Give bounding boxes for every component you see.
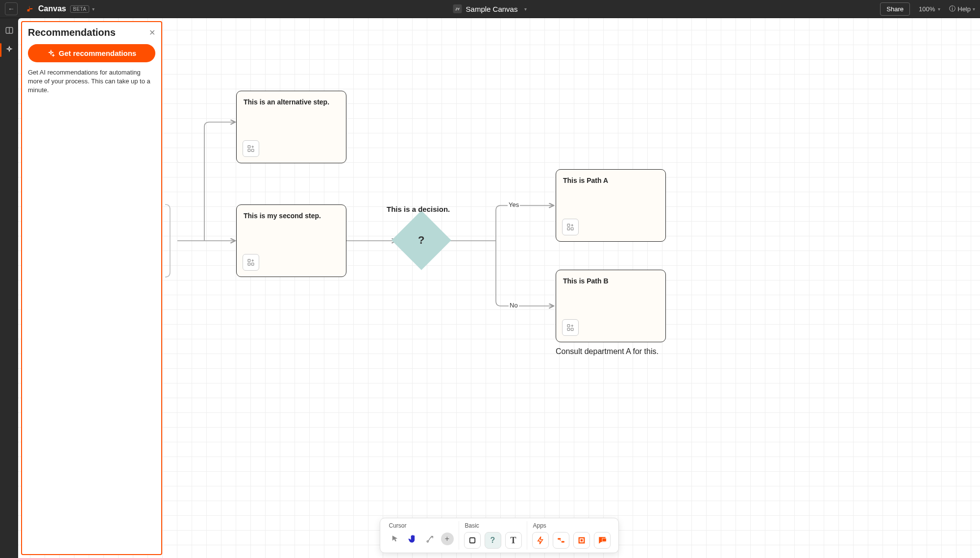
tool-group-cursor: Cursor + <box>383 521 459 550</box>
svg-rect-17 <box>560 540 561 541</box>
help-icon: ⓘ <box>949 4 956 13</box>
svg-rect-20 <box>602 538 606 542</box>
panel-description: Get AI recommendations for automating mo… <box>28 68 155 95</box>
connector-icon[interactable] <box>423 532 437 546</box>
svg-rect-14 <box>469 538 475 543</box>
panel-title: Recommendations <box>28 27 116 38</box>
canvas[interactable]: Recommendations ✕ Get recommendations Ge… <box>18 18 980 558</box>
svg-rect-16 <box>561 541 564 543</box>
edge-label-yes: Yes <box>508 201 520 208</box>
chevron-down-icon[interactable]: ▾ <box>524 6 527 12</box>
svg-rect-2 <box>248 149 250 152</box>
app-frame-icon[interactable] <box>573 532 590 549</box>
zoom-display[interactable]: 100% ▾ <box>919 5 940 13</box>
add-app-icon[interactable] <box>562 219 579 235</box>
left-rail <box>0 18 18 558</box>
chevron-down-icon[interactable]: ▾ <box>92 6 95 12</box>
chevron-down-icon: ▾ <box>938 6 940 12</box>
close-icon[interactable]: ✕ <box>149 28 155 37</box>
app-title: Canvas <box>38 4 66 13</box>
app-zap-icon[interactable] <box>532 532 549 549</box>
sparkle-icon[interactable] <box>4 45 15 55</box>
decision-label: This is a decision. <box>387 205 450 213</box>
edges-layer <box>18 18 980 558</box>
node-path-a[interactable]: This is Path A <box>556 169 666 242</box>
node-caption-path-b: Consult department A for this. <box>556 347 659 356</box>
avatar: JY <box>453 4 462 13</box>
svg-rect-3 <box>251 149 254 152</box>
add-app-icon[interactable] <box>243 140 259 157</box>
rectangle-tool-icon[interactable] <box>464 532 481 549</box>
svg-point-13 <box>427 541 428 542</box>
svg-rect-10 <box>567 325 570 327</box>
canvas-title-group[interactable]: JY Sample Canvas ▾ <box>453 4 527 13</box>
library-icon[interactable] <box>4 25 15 36</box>
help-button[interactable]: ⓘ Help ▾ <box>949 4 975 13</box>
svg-rect-6 <box>251 263 254 265</box>
canvas-name: Sample Canvas <box>466 5 518 13</box>
toolbox: Cursor + Basic <box>380 518 619 553</box>
chevron-down-icon: ▾ <box>973 6 975 12</box>
node-path-b[interactable]: This is Path B <box>556 270 666 342</box>
get-recommendations-button[interactable]: Get recommendations <box>28 44 155 62</box>
decision-tool-icon[interactable]: ? <box>485 532 501 549</box>
app-flow-icon[interactable] <box>553 532 569 549</box>
sparkle-icon <box>47 50 55 57</box>
recommendations-panel: Recommendations ✕ Get recommendations Ge… <box>21 21 162 555</box>
svg-rect-12 <box>571 328 573 330</box>
svg-rect-7 <box>567 224 570 227</box>
add-app-icon[interactable] <box>243 254 259 271</box>
cursor-pointer-icon[interactable] <box>388 532 402 546</box>
svg-rect-1 <box>248 146 250 148</box>
svg-rect-11 <box>567 328 570 330</box>
svg-rect-9 <box>571 228 573 230</box>
edge-label-no: No <box>509 302 519 309</box>
svg-rect-19 <box>580 539 583 542</box>
top-bar: ← Canvas BETA ▾ JY Sample Canvas ▾ Share… <box>0 0 980 18</box>
svg-rect-4 <box>248 259 250 262</box>
tool-group-apps: Apps <box>527 521 615 550</box>
tool-group-basic: Basic ? T <box>459 521 527 550</box>
app-chat-icon[interactable] <box>594 532 611 549</box>
text-tool-icon[interactable]: T <box>505 532 522 549</box>
node-second-step[interactable]: This is my second step. <box>236 204 346 277</box>
add-tool-icon[interactable]: + <box>441 533 454 545</box>
back-button[interactable]: ← <box>5 2 18 15</box>
node-alternative-step[interactable]: This is an alternative step. <box>236 91 346 163</box>
add-app-icon[interactable] <box>562 319 579 336</box>
zapier-logo-icon <box>25 4 34 13</box>
svg-rect-5 <box>248 263 250 265</box>
svg-rect-8 <box>567 228 570 230</box>
beta-badge: BETA <box>70 5 89 13</box>
share-button[interactable]: Share <box>880 2 910 16</box>
svg-rect-15 <box>558 538 561 540</box>
hand-pan-icon[interactable] <box>406 532 419 546</box>
node-decision[interactable]: ? <box>392 210 451 270</box>
